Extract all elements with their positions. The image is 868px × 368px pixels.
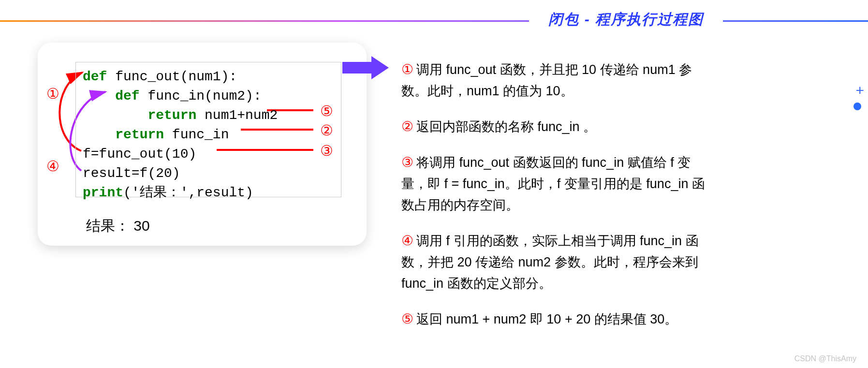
code-line-6: result=f(20) [83,164,334,183]
step-5: ⑤返回 num1 + num2 即 10 + 20 的结果值 30。 [401,309,711,330]
step-1-text: 调用 func_out 函数，并且把 10 传递给 num1 参数。此时，num… [401,62,692,98]
annotation-1: ① [46,85,59,102]
step-1: ①调用 func_out 函数，并且把 10 传递给 num1 参数。此时，nu… [401,59,711,102]
step-3-marker: ③ [401,155,413,170]
code-line-1: def func_out(num1): [83,67,334,87]
code-panel: ① ④ ⑤ ② ③ def func_out(num1): def func_i… [38,43,367,246]
top-gradient-line [0,20,868,22]
page-title: 闭包 - 程序执行过程图 [529,10,723,29]
step-4-marker: ④ [401,233,413,248]
code-line-7: print('结果：',result) [83,183,334,203]
code-line-2: def func_in(num2): [83,87,334,106]
step-2: ②返回内部函数的名称 func_in 。 [401,116,711,137]
step-2-text: 返回内部函数的名称 func_in 。 [416,119,596,134]
code-line-4: return func_in [83,125,334,145]
step-3-text: 将调用 func_out 函数返回的 func_in 赋值给 f 变量，即 f … [401,155,705,212]
steps-description: ①调用 func_out 函数，并且把 10 传递给 num1 参数。此时，nu… [401,59,711,344]
watermark: CSDN @ThisAmy [794,354,856,363]
annotation-4: ④ [46,158,59,175]
code-block: def func_out(num1): def func_in(num2): r… [75,62,341,197]
code-line-5: f=func_out(10) [83,145,334,164]
code-line-3: return num1+num2 [83,106,334,125]
step-1-marker: ① [401,62,413,77]
step-5-marker: ⑤ [401,311,413,326]
step-3: ③将调用 func_out 函数返回的 func_in 赋值给 f 变量，即 f… [401,152,711,216]
step-4-text: 调用 f 引用的函数，实际上相当于调用 func_in 函数，并把 20 传递给… [401,234,699,291]
side-dot-icon [853,103,861,110]
code-output: 结果： 30 [86,216,150,236]
side-plus-icon: + [855,82,864,99]
step-2-marker: ② [401,119,413,134]
step-5-text: 返回 num1 + num2 即 10 + 20 的结果值 30。 [416,312,677,326]
step-4: ④调用 f 引用的函数，实际上相当于调用 func_in 函数，并把 20 传递… [401,230,711,294]
